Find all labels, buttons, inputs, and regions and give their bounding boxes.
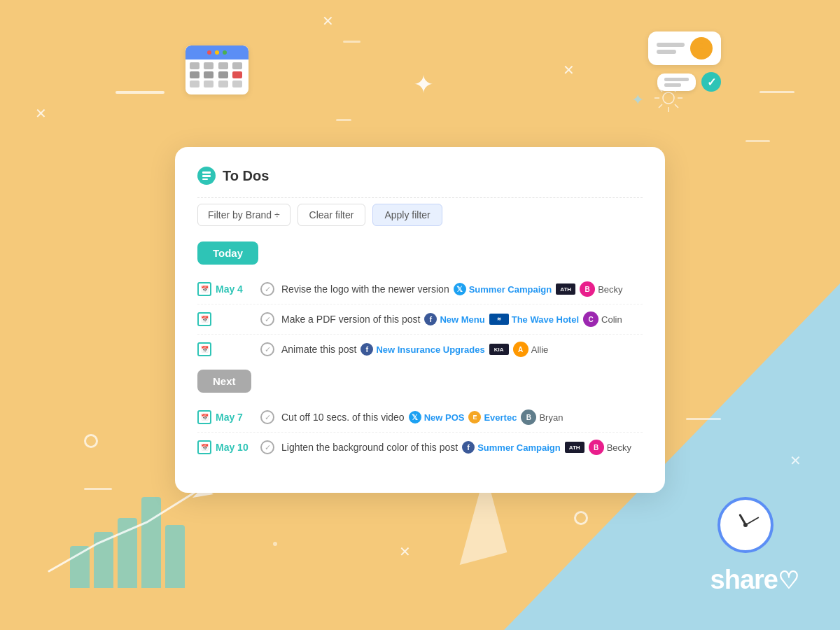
avatar-becky: B	[580, 281, 595, 297]
avatar-tag-5: B Becky	[589, 440, 631, 455]
table-row: 📅 ✓ Animate this post f New Insurance Up…	[197, 335, 643, 364]
client-tag-2: ≋ The Wave Hotel	[489, 314, 579, 325]
brand-tag-1[interactable]: 𝕏 Summer Campaign	[454, 283, 552, 295]
cal-icon: 📅	[197, 410, 211, 424]
date-label-2: 📅	[197, 312, 253, 326]
brand-tag-5[interactable]: f Summer Campaign	[462, 441, 560, 454]
avatar-bryan: B	[521, 410, 536, 425]
share-logo: share♡	[710, 565, 798, 595]
clock-decoration	[718, 497, 774, 553]
table-row: 📅 May 7 ✓ Cut off 10 secs. of this video…	[197, 402, 643, 433]
todo-content-4: Cut off 10 secs. of this video 𝕏 New POS…	[281, 410, 643, 425]
avatar-becky-2: B	[589, 440, 604, 455]
evertec-logo: E	[468, 411, 481, 424]
wave-logo: ≋	[489, 314, 509, 325]
avatar-tag-4: B Bryan	[521, 410, 563, 425]
title-divider	[197, 197, 643, 198]
avatar-tag-2: C Colin	[583, 312, 622, 327]
filter-brand-select[interactable]: Filter by Brand ÷	[197, 204, 290, 226]
page-title: To Dos	[223, 168, 269, 184]
next-button[interactable]: Next	[197, 370, 251, 393]
avatar-allie: A	[513, 342, 528, 357]
avatar-tag-1: B Becky	[580, 281, 622, 297]
date-label-3: 📅	[197, 342, 253, 356]
cal-icon: 📅	[197, 312, 211, 326]
client-tag-3: KIA	[489, 344, 509, 355]
title-icon	[197, 167, 216, 185]
todo-content-3: Animate this post f New Insurance Upgrad…	[281, 342, 643, 357]
twitter-icon-2: 𝕏	[409, 411, 421, 424]
client-tag-1: ATH	[556, 284, 575, 295]
ath-logo-2: ATH	[565, 442, 584, 453]
card-title-row: To Dos	[197, 167, 643, 185]
twitter-icon: 𝕏	[454, 283, 466, 295]
avatar-colin: C	[583, 312, 598, 327]
cal-icon: 📅	[197, 342, 211, 356]
svg-rect-13	[202, 178, 208, 180]
cal-icon: 📅	[197, 440, 211, 454]
check-icon[interactable]: ✓	[260, 312, 274, 326]
avatar-tag-3: A Allie	[513, 342, 549, 357]
check-icon[interactable]: ✓	[260, 440, 274, 454]
table-row: 📅 ✓ Make a PDF version of this post f Ne…	[197, 304, 643, 335]
date-label-5: 📅 May 10	[197, 440, 253, 454]
cal-icon: 📅	[197, 282, 211, 296]
next-section: Next 📅 May 7 ✓ Cut off 10 secs. of this …	[197, 370, 643, 462]
check-icon[interactable]: ✓	[260, 282, 274, 296]
date-label-1: 📅 May 4	[197, 282, 253, 296]
svg-rect-11	[202, 172, 211, 174]
kia-logo: KIA	[489, 344, 509, 355]
today-section: Today 📅 May 4 ✓ Revise the logo with the…	[197, 241, 643, 364]
check-icon[interactable]: ✓	[260, 342, 274, 356]
facebook-icon-3: f	[462, 441, 475, 454]
table-row: 📅 May 4 ✓ Revise the logo with the newer…	[197, 274, 643, 304]
today-button[interactable]: Today	[197, 241, 258, 265]
ath-logo: ATH	[556, 284, 575, 295]
client-tag-5: ATH	[565, 442, 584, 453]
todos-card: To Dos Filter by Brand ÷ Clear filter Ap…	[175, 147, 665, 493]
chart-bars	[70, 497, 185, 588]
clock-center	[743, 523, 748, 527]
clear-filter-button[interactable]: Clear filter	[298, 204, 366, 226]
brand-tag-4[interactable]: 𝕏 New POS	[409, 411, 465, 424]
brand-tag-2[interactable]: f New Menu	[424, 313, 484, 326]
client-tag-4: E Evertec	[468, 411, 517, 424]
brand-tag-3[interactable]: f New Insurance Upgrades	[360, 343, 484, 356]
apply-filter-button[interactable]: Apply filter	[372, 204, 442, 226]
filter-bar: Filter by Brand ÷ Clear filter Apply fil…	[197, 204, 643, 226]
date-label-4: 📅 May 7	[197, 410, 253, 424]
todo-content-2: Make a PDF version of this post f New Me…	[281, 312, 643, 327]
todo-content-1: Revise the logo with the newer version 𝕏…	[281, 281, 643, 297]
todo-content-5: Lighten the background color of this pos…	[281, 440, 643, 455]
facebook-icon-2: f	[360, 343, 373, 356]
check-icon[interactable]: ✓	[260, 410, 274, 424]
svg-rect-12	[202, 175, 211, 177]
table-row: 📅 May 10 ✓ Lighten the background color …	[197, 433, 643, 462]
facebook-icon: f	[424, 313, 437, 326]
